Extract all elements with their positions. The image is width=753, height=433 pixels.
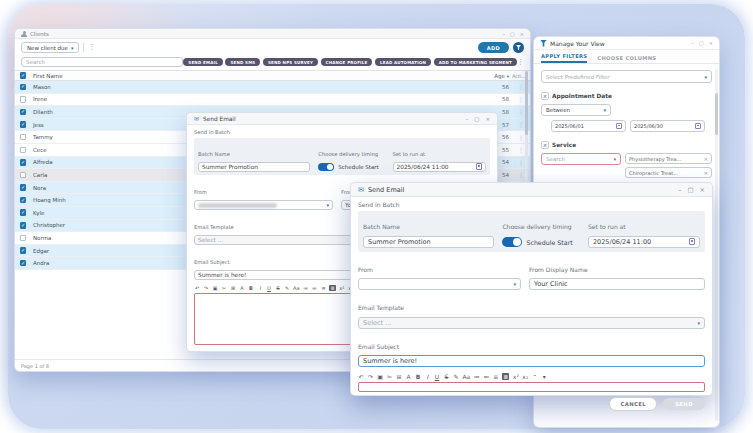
- redo-icon[interactable]: ↷: [368, 373, 374, 380]
- row-checkbox[interactable]: [20, 96, 27, 103]
- cut-icon[interactable]: ✂: [221, 285, 227, 291]
- bold-icon[interactable]: B: [415, 373, 421, 380]
- manage-view-toggle-button[interactable]: [513, 42, 524, 53]
- italic-icon[interactable]: I: [425, 373, 431, 380]
- strikethrough-icon[interactable]: S: [275, 285, 281, 291]
- email-body-editor[interactable]: [358, 382, 705, 392]
- text-case-icon[interactable]: Aa: [293, 285, 299, 291]
- row-checkbox[interactable]: [20, 109, 27, 116]
- minimize-icon[interactable]: –: [465, 116, 468, 122]
- bold-icon[interactable]: B: [248, 285, 254, 291]
- actions-overflow-icon[interactable]: ⋮: [517, 59, 524, 66]
- table-row[interactable]: Irene 58 ⋮: [15, 94, 530, 107]
- minimize-icon[interactable]: –: [503, 31, 506, 37]
- view-dropdown[interactable]: New client due ▾: [21, 42, 79, 53]
- date-operator-select[interactable]: Between ▾: [541, 104, 611, 116]
- row-checkbox[interactable]: [20, 84, 27, 91]
- first-name-header[interactable]: First Name: [31, 73, 480, 79]
- more-tools-icon[interactable]: ▾: [541, 373, 547, 380]
- row-checkbox[interactable]: [20, 222, 27, 229]
- minimize-icon[interactable]: –: [692, 40, 695, 46]
- align-left-icon[interactable]: ≡: [320, 285, 326, 291]
- quote-icon[interactable]: “: [532, 373, 538, 380]
- row-checkbox[interactable]: [20, 247, 27, 254]
- font-icon[interactable]: A: [406, 373, 412, 380]
- row-checkbox[interactable]: [20, 121, 27, 128]
- bulk-action-button[interactable]: LEAD AUTOMATION: [375, 58, 431, 66]
- cancel-button[interactable]: CANCEL: [609, 397, 657, 411]
- bulk-action-button[interactable]: SEND EMAIL: [183, 58, 223, 66]
- row-checkbox[interactable]: [20, 159, 27, 166]
- maximize-icon[interactable]: ▢: [510, 31, 515, 37]
- ordered-list-icon[interactable]: ≔: [474, 373, 480, 380]
- predefined-filter-select[interactable]: Select Predefined Filter ▾: [541, 70, 712, 83]
- from-select[interactable]: ▾: [194, 200, 333, 210]
- edit-icon[interactable]: ✎: [453, 373, 459, 380]
- strikethrough-icon[interactable]: S: [444, 373, 450, 380]
- italic-icon[interactable]: I: [257, 285, 263, 291]
- unordered-list-icon[interactable]: ≕: [483, 373, 489, 380]
- select-all-checkbox[interactable]: [20, 72, 27, 79]
- row-checkbox[interactable]: [20, 260, 27, 267]
- email-template-select[interactable]: Select ... ▾: [358, 317, 705, 329]
- maximize-icon[interactable]: ▢: [699, 40, 704, 46]
- row-checkbox[interactable]: [20, 197, 27, 204]
- age-header[interactable]: Age ▾: [480, 73, 512, 79]
- redo-icon[interactable]: ↷: [203, 285, 209, 291]
- row-checkbox[interactable]: [20, 209, 27, 216]
- tab-choose-columns[interactable]: CHOOSE COLUMNS: [597, 55, 656, 64]
- tab-apply-filters[interactable]: APPLY FILTERS: [541, 53, 587, 64]
- font-icon[interactable]: A: [239, 285, 245, 291]
- close-icon[interactable]: ×: [520, 31, 524, 37]
- bulk-action-button[interactable]: ADD TO MARKETING SEGMENT: [434, 58, 517, 66]
- bulk-action-button[interactable]: SEND NPS SURVEY: [263, 58, 318, 66]
- close-icon[interactable]: ×: [485, 116, 490, 122]
- close-icon[interactable]: ×: [700, 186, 705, 194]
- maximize-icon[interactable]: ▢: [474, 116, 479, 122]
- row-checkbox[interactable]: [20, 134, 27, 141]
- row-checkbox[interactable]: [20, 184, 27, 191]
- justify-icon[interactable]: ≣: [329, 285, 335, 291]
- underline-icon[interactable]: U: [266, 285, 272, 291]
- text-case-icon[interactable]: Aa: [463, 373, 471, 380]
- superscript-icon[interactable]: x²: [513, 373, 519, 380]
- undo-icon[interactable]: ↶: [194, 285, 200, 291]
- bulk-action-button[interactable]: SEND SMS: [225, 58, 260, 66]
- minimize-icon[interactable]: –: [678, 186, 681, 194]
- email-subject-input[interactable]: Summer is here!: [358, 355, 705, 367]
- date-from-input[interactable]: 2025/06/01: [551, 120, 626, 132]
- underline-icon[interactable]: U: [434, 373, 440, 380]
- batch-name-input[interactable]: Summer Promotion: [198, 162, 310, 172]
- batch-name-input[interactable]: Summer Promotion: [363, 236, 494, 248]
- subscript-icon[interactable]: x₂: [522, 373, 528, 380]
- cut-icon[interactable]: ✂: [387, 373, 393, 380]
- insert-table-icon[interactable]: ⊞: [396, 373, 402, 380]
- send-button[interactable]: SEND: [663, 398, 705, 410]
- close-icon[interactable]: ×: [709, 40, 713, 46]
- remove-tag-icon[interactable]: ×: [703, 156, 708, 162]
- copy-icon[interactable]: ▣: [377, 373, 383, 380]
- date-to-input[interactable]: 2025/06/30: [630, 120, 705, 132]
- from-display-input[interactable]: Your Clinic: [529, 278, 705, 290]
- align-left-icon[interactable]: ≡: [493, 373, 499, 380]
- ordered-list-icon[interactable]: ≔: [302, 285, 308, 291]
- service-search-select[interactable]: Search ▾: [541, 153, 621, 165]
- maximize-icon[interactable]: ▢: [687, 186, 693, 194]
- remove-filter-icon[interactable]: ×: [541, 92, 549, 100]
- schedule-toggle[interactable]: [318, 163, 334, 171]
- table-row[interactable]: Mason 56 ⋮: [15, 81, 530, 94]
- more-options-icon[interactable]: ⋮: [88, 44, 95, 51]
- bulk-action-button[interactable]: CHANGE PROFILE: [321, 58, 373, 66]
- remove-tag-icon[interactable]: ×: [703, 170, 708, 176]
- undo-icon[interactable]: ↶: [358, 373, 364, 380]
- remove-filter-icon[interactable]: ×: [541, 141, 549, 149]
- unordered-list-icon[interactable]: ≕: [311, 285, 317, 291]
- row-checkbox[interactable]: [20, 235, 27, 242]
- from-select[interactable]: ▾: [358, 278, 521, 290]
- row-checkbox[interactable]: [20, 147, 27, 154]
- copy-icon[interactable]: ▣: [212, 285, 218, 291]
- run-at-input[interactable]: 2025/06/24 11:00: [393, 162, 486, 172]
- panel-scrollbar[interactable]: [715, 69, 718, 421]
- justify-icon[interactable]: ≣: [502, 373, 509, 380]
- superscript-icon[interactable]: x²: [339, 285, 345, 291]
